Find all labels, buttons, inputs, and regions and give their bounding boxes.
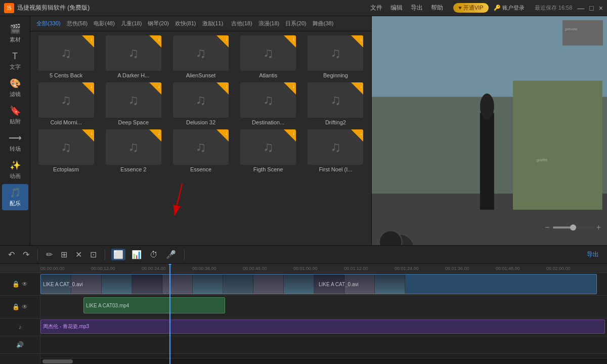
track-video-overlay: LIKE A CAT03.mp4 (40, 296, 607, 318)
sidebar-item-transition[interactable]: ⟶ 转场 (2, 129, 28, 156)
media-item[interactable]: ♫ Essence (169, 129, 232, 172)
music-note-icon: ♫ (330, 45, 341, 61)
export-button[interactable]: 导出 (585, 249, 601, 260)
media-item[interactable]: ♫ 5 Cents Back (34, 35, 98, 78)
login-button[interactable]: 🔑 账户登录 (494, 4, 525, 12)
download-badge (284, 35, 296, 48)
media-item[interactable]: ♫ Ectoplasm (34, 129, 98, 172)
music-note-icon: ♫ (263, 45, 274, 61)
media-label: First Noel (I... (319, 166, 352, 172)
thumb-4 (132, 275, 162, 294)
track-eye-icon-2[interactable]: 👁 (22, 303, 28, 310)
media-item[interactable]: ♫ Deep Space (102, 82, 165, 125)
media-item[interactable]: ♫ A Darker H... (102, 35, 165, 78)
music-note-icon: ♫ (128, 139, 139, 155)
tag-movie[interactable]: 电影(48) (92, 19, 117, 28)
sidebar-item-animation[interactable]: ✨ 动画 (2, 157, 28, 183)
chart-button[interactable]: 📊 (129, 249, 144, 260)
media-item[interactable]: ♫ AlienSunset (169, 35, 232, 78)
menu-edit[interactable]: 编辑 (391, 4, 403, 12)
tag-guitar[interactable]: 吉他(18) (229, 19, 254, 28)
undo-button[interactable]: ↶ (6, 249, 17, 260)
tag-dance[interactable]: 舞曲(38) (311, 19, 336, 28)
sidebar-item-filter[interactable]: 🎨 滤镜 (2, 75, 28, 101)
menu-file[interactable]: 文件 (370, 4, 382, 12)
download-badge (216, 129, 229, 142)
media-item[interactable]: ♫ Figth Scene (237, 129, 300, 172)
split-button[interactable]: ⊞ (59, 249, 69, 260)
sidebar-item-media[interactable]: 🎬 素材 (2, 20, 28, 47)
media-thumb: ♫ (38, 35, 94, 71)
zoom-in-button[interactable]: + (596, 223, 601, 232)
track-lock-icon-2[interactable]: 🔒 (12, 303, 20, 310)
menu-export[interactable]: 导出 (411, 4, 423, 12)
tag-all[interactable]: 全部(330) (34, 19, 63, 28)
music-note-icon: ♫ (195, 45, 206, 61)
media-label: Deep Space (118, 119, 149, 125)
media-item[interactable]: ♫ Drifting2 (304, 82, 367, 125)
music-note-icon: ♫ (61, 92, 71, 108)
download-badge (284, 82, 296, 95)
playhead[interactable] (169, 264, 170, 364)
crop-button[interactable]: ⊡ (88, 249, 99, 260)
close-button[interactable]: × (599, 4, 603, 12)
maximize-button[interactable]: □ (589, 4, 593, 12)
tag-japanese[interactable]: 日系(20) (283, 19, 309, 28)
minimize-button[interactable]: — (577, 4, 584, 12)
clock-button[interactable]: ⏱ (148, 249, 160, 260)
media-item[interactable]: ♫ First Noel (I... (304, 129, 367, 172)
titlebar: 迅 迅捷视频剪辑软件 (免费版) 文件 编辑 导出 帮助 ♥ 开通VIP 🔑 账… (0, 0, 607, 16)
media-item[interactable]: ♫ Delusion 32 (169, 82, 232, 125)
video-clip-main[interactable]: LIKE A CAT_0.avi LIKE A CAT_0.avi (40, 274, 597, 294)
audio-clip[interactable]: 周杰伦 - 青花瓷.mp3 (40, 320, 605, 334)
redo-button[interactable]: ↷ (21, 249, 31, 260)
media-item[interactable]: ♫ Essence 2 (102, 129, 165, 172)
video-clip-overlay[interactable]: LIKE A CAT03.mp4 (83, 297, 225, 313)
thumb-9 (284, 275, 314, 294)
media-label: Essence (190, 166, 211, 172)
zoom-out-button[interactable]: − (545, 223, 549, 232)
ruler-mark: 00:00:12.00 (91, 266, 115, 271)
sidebar-item-sticker[interactable]: 🔖 贴附 (2, 102, 28, 128)
sidebar-item-music[interactable]: 🎵 配乐 (2, 184, 28, 210)
media-label: Delusion 32 (186, 119, 215, 125)
tag-children[interactable]: 儿童(18) (119, 19, 144, 28)
media-item[interactable]: ♫ Atlantis (237, 35, 300, 78)
download-badge (82, 35, 94, 48)
media-item[interactable]: ♫ Destination... (237, 82, 300, 125)
volume-track-icon[interactable]: 🔊 (16, 341, 24, 348)
ruler-mark: 00:01:12.00 (344, 266, 368, 271)
zoom-slider[interactable] (553, 226, 593, 229)
scroll-thumb[interactable] (42, 359, 73, 363)
menu-help[interactable]: 帮助 (431, 4, 443, 12)
tag-happy[interactable]: 欢快(81) (173, 19, 198, 28)
media-item[interactable]: ♫ Cold Morni... (34, 82, 98, 125)
mosaic-button[interactable]: ⬜ (111, 249, 125, 260)
animation-icon: ✨ (10, 160, 21, 171)
tag-romantic[interactable]: 浪漫(18) (256, 19, 282, 28)
thumb-3 (102, 275, 132, 294)
track-eye-icon[interactable]: 👁 (22, 281, 28, 288)
music-note-icon: ♫ (263, 92, 274, 108)
media-label: Destination... (252, 119, 284, 125)
sidebar-item-text[interactable]: T 文字 (2, 48, 28, 74)
clip2-label: LIKE A CAT_0.avi (319, 282, 359, 287)
media-thumb: ♫ (106, 35, 161, 71)
timeline-right: 00:00:00.0000:00:12.0000:00:24.0000:00:3… (40, 264, 607, 364)
tag-piano[interactable]: 钢琴(20) (146, 19, 171, 28)
mic-button[interactable]: 🎤 (164, 249, 178, 260)
tag-sad[interactable]: 悲伤(58) (65, 19, 90, 28)
sticker-icon: 🔖 (10, 105, 21, 116)
track-video-main: LIKE A CAT_0.avi LIKE A CAT_0.avi (40, 273, 607, 296)
media-label: Essence 2 (120, 166, 146, 172)
track-lock-icon[interactable]: 🔒 (12, 281, 20, 288)
vip-button[interactable]: ♥ 开通VIP (453, 3, 488, 13)
clip3-label: LIKE A CAT03.mp4 (86, 303, 129, 308)
media-thumb: ♫ (240, 82, 296, 118)
media-item[interactable]: ♫ Beginning (304, 35, 367, 78)
thumb-7 (223, 275, 253, 294)
delete-button[interactable]: ✕ (73, 249, 84, 260)
edit-button[interactable]: ✏ (44, 249, 55, 260)
tag-intense[interactable]: 激励(11) (200, 19, 226, 28)
zoom-thumb[interactable] (570, 224, 576, 231)
